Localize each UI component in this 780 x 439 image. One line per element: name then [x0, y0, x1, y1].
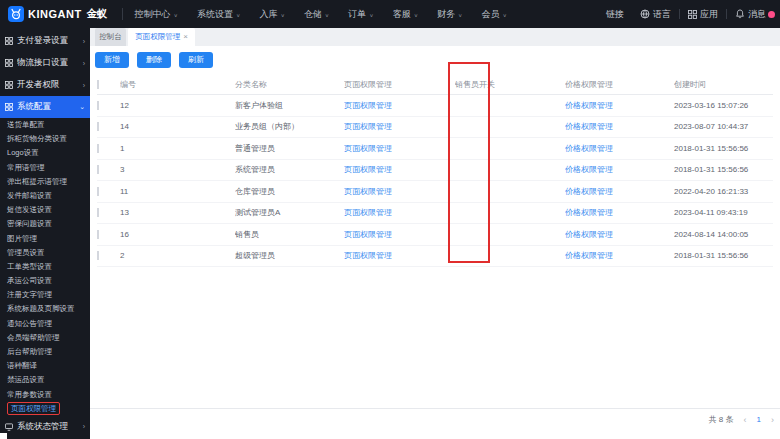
chevron-down-icon: ∨: [325, 11, 329, 17]
topbar-language[interactable]: 语言: [632, 8, 679, 21]
row-checkbox[interactable]: [97, 187, 99, 196]
topbar-menu-item[interactable]: 订单 ∨: [348, 8, 373, 21]
price-permission-link[interactable]: 价格权限管理: [565, 208, 613, 217]
sidebar-group-label: 系统配置: [17, 101, 51, 113]
sidebar-submenu-item[interactable]: 管理员设置: [0, 246, 90, 260]
table-row: 11 仓库管理员 页面权限管理 价格权限管理 2022-04-20 16:21:…: [97, 181, 773, 203]
sidebar-submenu: 送货单配置 拆柜货物分类设置 Logo设置 常用语管理 弹出框提示语管理 发件邮…: [0, 118, 90, 416]
topbar-menu-item[interactable]: 入库 ∨: [259, 8, 284, 21]
sidebar-submenu-item[interactable]: 发件邮箱设置: [0, 189, 90, 203]
row-checkbox[interactable]: [97, 208, 99, 217]
cell-category-name: 销售员: [235, 229, 344, 240]
sidebar-submenu-item[interactable]: 禁运品设置: [0, 373, 90, 387]
page-permission-link[interactable]: 页面权限管理: [344, 122, 392, 131]
row-checkbox[interactable]: [97, 251, 99, 260]
table-row: 16 销售员 页面权限管理 价格权限管理 2024-08-14 14:00:05: [97, 224, 773, 246]
cell-id: 11: [120, 187, 235, 196]
price-permission-link[interactable]: 价格权限管理: [565, 165, 613, 174]
topbar-menu-label: 会员: [481, 8, 499, 21]
price-permission-link[interactable]: 价格权限管理: [565, 101, 613, 110]
cell-id: 12: [120, 101, 235, 110]
row-checkbox[interactable]: [97, 165, 99, 174]
next-page-icon[interactable]: ›: [771, 415, 774, 425]
price-permission-link[interactable]: 价格权限管理: [565, 230, 613, 239]
topbar-menu-item[interactable]: 财务 ∨: [437, 8, 462, 21]
tab-console-label: 控制台: [99, 32, 122, 41]
row-checkbox[interactable]: [97, 230, 99, 239]
close-icon[interactable]: ×: [183, 28, 188, 46]
cell-id: 3: [120, 165, 235, 174]
cell-id: 16: [120, 230, 235, 239]
topbar-menu-label: 财务: [437, 8, 455, 21]
sidebar-submenu-item[interactable]: 后台帮助管理: [0, 345, 90, 359]
topbar-menu-item[interactable]: 仓储 ∨: [304, 8, 329, 21]
sidebar-group-developer[interactable]: 开发者权限 ›: [0, 74, 90, 96]
cell-created-time: 2018-01-31 15:56:56: [674, 251, 773, 260]
refresh-button[interactable]: 刷新: [179, 52, 213, 68]
row-checkbox[interactable]: [97, 101, 99, 110]
add-button[interactable]: 新增: [95, 52, 129, 68]
brand[interactable]: KINGANT 金蚁: [0, 6, 108, 22]
price-permission-link[interactable]: 价格权限管理: [565, 122, 613, 131]
admin-app: KINGANT 金蚁 控制中心 ∨ 系统设置 ∨ 入库 ∨ 仓储 ∨ 订单 ∨ …: [0, 0, 780, 439]
topbar-menu-item[interactable]: 控制中心 ∨: [135, 8, 178, 21]
page-permission-link[interactable]: 页面权限管理: [344, 230, 392, 239]
row-checkbox[interactable]: [97, 144, 99, 153]
row-checkbox[interactable]: [97, 122, 99, 131]
current-page[interactable]: 1: [757, 415, 761, 424]
sidebar-group-system-status[interactable]: 系统状态管理 ›: [0, 416, 90, 438]
page-permission-link[interactable]: 页面权限管理: [344, 165, 392, 174]
sidebar-group-payment-login[interactable]: 支付登录设置 ›: [0, 30, 90, 52]
price-permission-link[interactable]: 价格权限管理: [565, 251, 613, 260]
topbar-messages[interactable]: 消息: [727, 8, 774, 21]
sidebar-submenu-item[interactable]: 图片管理: [0, 232, 90, 246]
topbar-menu-item[interactable]: 客服 ∨: [393, 8, 418, 21]
price-permission-link[interactable]: 价格权限管理: [565, 144, 613, 153]
page-permission-link[interactable]: 页面权限管理: [344, 187, 392, 196]
sidebar-submenu-item[interactable]: Logo设置: [0, 146, 90, 160]
cell-id: 14: [120, 122, 235, 131]
sidebar-submenu-item[interactable]: 语种翻译: [0, 359, 90, 373]
price-permission-link[interactable]: 价格权限管理: [565, 187, 613, 196]
sidebar-group-system-config[interactable]: 系统配置 ⌄: [0, 96, 90, 118]
select-all-checkbox[interactable]: [97, 80, 99, 89]
sidebar-submenu-item[interactable]: 送货单配置: [0, 118, 90, 132]
topbar-apps[interactable]: 应用: [680, 8, 726, 21]
cell-created-time: 2018-01-31 15:56:56: [674, 165, 773, 174]
tab-console[interactable]: 控制台: [95, 28, 126, 46]
sidebar-submenu-item[interactable]: 会员端帮助管理: [0, 331, 90, 345]
sidebar-scroll-notch: [0, 433, 7, 439]
prev-page-icon[interactable]: ‹: [744, 415, 747, 425]
sidebar-submenu-item[interactable]: 系统标题及页脚设置: [0, 302, 90, 316]
sidebar-submenu-item[interactable]: 承运公司设置: [0, 274, 90, 288]
sidebar-submenu-item[interactable]: 工单类型设置: [0, 260, 90, 274]
topbar-link[interactable]: 链接: [598, 8, 632, 21]
topbar-divider: [122, 8, 123, 20]
topbar-menu-item[interactable]: 会员 ∨: [481, 8, 506, 21]
page-permission-link[interactable]: 页面权限管理: [344, 144, 392, 153]
sidebar-submenu-item[interactable]: 弹出框提示语管理: [0, 175, 90, 189]
sidebar-submenu-item[interactable]: 常用语管理: [0, 161, 90, 175]
chevron-down-icon: ∨: [502, 11, 506, 17]
sidebar-submenu-item[interactable]: 注册文字管理: [0, 288, 90, 302]
sidebar-submenu-item[interactable]: 拆柜货物分类设置: [0, 132, 90, 146]
topbar-menu-item[interactable]: 系统设置 ∨: [197, 8, 240, 21]
chevron-down-icon: ∨: [369, 11, 373, 17]
page-permission-link[interactable]: 页面权限管理: [344, 101, 392, 110]
sidebar-submenu-item[interactable]: 常用参数设置: [0, 388, 90, 402]
sidebar-submenu-item[interactable]: 页面权限管理: [0, 402, 90, 416]
sidebar-submenu-item[interactable]: 通知公告管理: [0, 317, 90, 331]
chevron-down-icon: ∨: [458, 11, 462, 17]
sidebar: 支付登录设置 › 物流接口设置 › 开发者权限 › 系统配置 ⌄ 送货单配置 拆…: [0, 28, 90, 439]
page-permission-link[interactable]: 页面权限管理: [344, 251, 392, 260]
tab-page-permission[interactable]: 页面权限管理 ×: [128, 28, 195, 46]
sidebar-submenu-item[interactable]: 短信发送设置: [0, 203, 90, 217]
page-permission-link[interactable]: 页面权限管理: [344, 208, 392, 217]
delete-button[interactable]: 删除: [137, 52, 171, 68]
brand-name: KINGANT: [28, 8, 82, 20]
table-row: 2 超级管理员 页面权限管理 价格权限管理 2018-01-31 15:56:5…: [97, 246, 773, 268]
sidebar-submenu-item[interactable]: 密保问题设置: [0, 217, 90, 231]
sidebar-group-logistics-api[interactable]: 物流接口设置 ›: [0, 52, 90, 74]
topbar-menu-label: 系统设置: [197, 8, 233, 21]
sidebar-group-label: 系统状态管理: [17, 421, 68, 433]
